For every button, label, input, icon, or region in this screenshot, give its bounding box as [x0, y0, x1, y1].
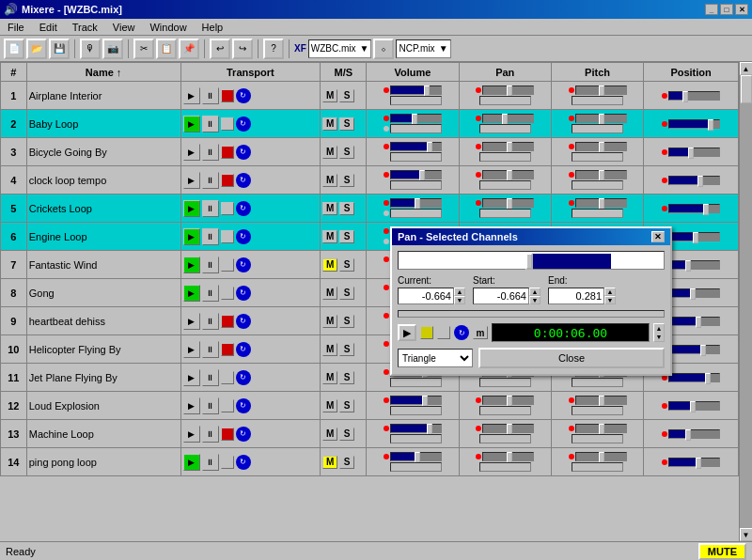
- close-btn-title[interactable]: ✕: [735, 4, 748, 15]
- loop-button[interactable]: ↻: [236, 257, 251, 272]
- mix-dropdown2[interactable]: NCP.mix ▼: [396, 39, 450, 58]
- pause-button[interactable]: ⏸: [202, 426, 219, 443]
- pause-button[interactable]: ⏸: [202, 313, 219, 330]
- pos-slider[interactable]: [668, 176, 720, 185]
- dialog-close-button[interactable]: Close: [478, 348, 665, 368]
- play-button[interactable]: ▶: [183, 341, 200, 358]
- loop-button[interactable]: ↻: [236, 370, 251, 385]
- loop-button[interactable]: ↻: [236, 201, 251, 216]
- pos-slider[interactable]: [668, 429, 720, 439]
- pan-slider2[interactable]: [479, 462, 531, 472]
- loop-button[interactable]: ↻: [236, 398, 251, 413]
- pause-button[interactable]: ⏸: [202, 228, 219, 245]
- play-button[interactable]: ▶: [183, 87, 200, 104]
- m-button[interactable]: M: [322, 343, 337, 356]
- record-button[interactable]: 🎙: [80, 39, 101, 59]
- start-spin[interactable]: ▲ ▼: [529, 288, 540, 304]
- stop-button[interactable]: [221, 230, 234, 243]
- scroll-down[interactable]: ▼: [740, 528, 753, 541]
- pitch-slider2[interactable]: [572, 180, 623, 190]
- end-input[interactable]: [548, 288, 604, 304]
- pos-slider[interactable]: [668, 317, 720, 326]
- m-button[interactable]: M: [322, 315, 337, 328]
- s-button[interactable]: S: [339, 174, 354, 187]
- vol-slider2[interactable]: [390, 462, 442, 472]
- vol-slider2[interactable]: [390, 180, 442, 190]
- dialog-play-btn[interactable]: ▶: [398, 324, 416, 341]
- pitch-slider2[interactable]: [572, 96, 623, 105]
- s-button[interactable]: S: [339, 343, 354, 356]
- loop-button[interactable]: ↻: [236, 145, 251, 160]
- s-button[interactable]: S: [339, 428, 354, 441]
- play-button[interactable]: ▶: [183, 172, 200, 189]
- mix-dropdown1[interactable]: WZBC.mix ▼: [308, 39, 372, 58]
- stop-button[interactable]: [221, 315, 234, 328]
- pan-slider2[interactable]: [479, 180, 531, 190]
- vol-slider2[interactable]: [390, 209, 442, 218]
- pitch-slider2[interactable]: [572, 406, 623, 415]
- pan-slider2[interactable]: [479, 96, 531, 105]
- pan-slider2[interactable]: [479, 209, 531, 218]
- maximize-btn[interactable]: □: [720, 4, 733, 15]
- pitch-slider[interactable]: [575, 452, 627, 461]
- stop-button[interactable]: [221, 174, 234, 187]
- pos-slider[interactable]: [668, 232, 720, 241]
- end-spin-up[interactable]: ▲: [604, 288, 616, 296]
- s-button[interactable]: S: [339, 146, 354, 159]
- pos-slider[interactable]: [668, 91, 720, 101]
- vol-slider2[interactable]: [390, 406, 442, 415]
- loop-button[interactable]: ↻: [236, 342, 251, 357]
- vol-slider[interactable]: [390, 424, 442, 433]
- pause-button[interactable]: ⏸: [202, 369, 219, 386]
- vol-slider[interactable]: [390, 198, 442, 208]
- menu-view[interactable]: View: [109, 22, 139, 33]
- pause-button[interactable]: ⏸: [202, 257, 219, 273]
- pos-slider[interactable]: [668, 373, 720, 382]
- stop-button[interactable]: [221, 89, 234, 102]
- play-button[interactable]: ▶: [183, 116, 200, 132]
- s-button[interactable]: S: [339, 399, 354, 412]
- mute-button[interactable]: MUTE: [698, 543, 746, 560]
- pause-button[interactable]: ⏸: [202, 341, 219, 358]
- pitch-slider[interactable]: [575, 424, 627, 433]
- cut-button[interactable]: ✂: [133, 39, 154, 59]
- play-button[interactable]: ▶: [183, 454, 200, 471]
- redo-button[interactable]: ↪: [232, 39, 253, 59]
- pause-button[interactable]: ⏸: [202, 200, 219, 217]
- loop-button[interactable]: ↻: [236, 88, 251, 103]
- title-bar-buttons[interactable]: _ □ ✕: [705, 4, 748, 15]
- dialog-time-spin[interactable]: ▲▼: [653, 323, 665, 342]
- m-button[interactable]: M: [322, 371, 337, 384]
- pitch-slider[interactable]: [575, 396, 627, 405]
- pause-button[interactable]: ⏸: [202, 285, 219, 302]
- swap-button[interactable]: ⬦: [373, 39, 394, 59]
- help-button[interactable]: ?: [263, 39, 284, 59]
- stop-button[interactable]: [221, 258, 234, 272]
- play-button[interactable]: ▶: [183, 200, 200, 217]
- open-button[interactable]: 📂: [26, 39, 47, 59]
- s-button[interactable]: S: [339, 89, 354, 102]
- m-button[interactable]: M: [322, 146, 337, 159]
- stop-button[interactable]: [221, 371, 234, 384]
- s-button[interactable]: S: [339, 315, 354, 328]
- stop-button[interactable]: [221, 117, 234, 131]
- loop-button[interactable]: ↻: [236, 427, 251, 442]
- loop-button[interactable]: ↻: [236, 229, 251, 244]
- play-button[interactable]: ▶: [183, 313, 200, 330]
- dialog-yellow-btn[interactable]: [420, 326, 433, 339]
- loop-button[interactable]: ↻: [236, 286, 251, 301]
- pitch-slider[interactable]: [575, 170, 627, 179]
- stop-button[interactable]: [221, 343, 234, 356]
- menu-file[interactable]: File: [4, 22, 28, 33]
- vol-slider2[interactable]: [390, 152, 442, 162]
- pos-slider[interactable]: [668, 401, 720, 411]
- pause-button[interactable]: ⏸: [202, 172, 219, 189]
- pan-slider-track[interactable]: [398, 251, 665, 270]
- vol-slider[interactable]: [390, 86, 442, 95]
- m-button[interactable]: M: [322, 89, 337, 102]
- pitch-slider2[interactable]: [572, 124, 623, 133]
- m-button[interactable]: M: [322, 174, 337, 187]
- loop-button[interactable]: ↻: [236, 314, 251, 329]
- pan-slider[interactable]: [482, 452, 534, 461]
- loop-button[interactable]: ↻: [236, 117, 251, 132]
